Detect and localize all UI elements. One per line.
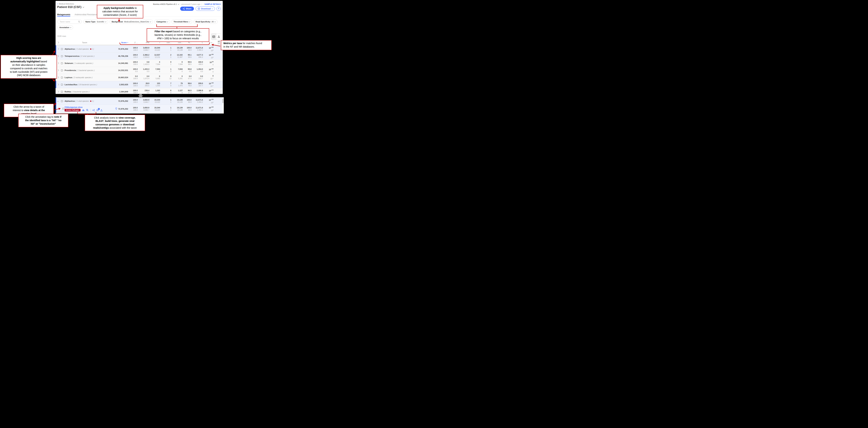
col-header-pct-id[interactable]: %... bbox=[184, 41, 193, 43]
taxon-row[interactable]: Alphavirus ( 1 viral species: 1 )72,976,… bbox=[56, 45, 223, 53]
table-view-button[interactable] bbox=[211, 33, 216, 40]
filter-name-type[interactable]: Name Type:Scientific bbox=[83, 20, 108, 24]
annotation-flag[interactable] bbox=[60, 77, 65, 79]
scrollbar-thumb[interactable] bbox=[222, 99, 223, 103]
annotation-flag-icon[interactable] bbox=[61, 48, 63, 50]
breadcrumb-label[interactable]: Medical Detectives bbox=[59, 3, 74, 5]
back-chevron-icon[interactable]: ‹ bbox=[57, 3, 58, 5]
taxon-name[interactable]: Solanum bbox=[65, 62, 73, 64]
species-row[interactable]: Chikungunya virus Known Pathogen 1 bbox=[56, 104, 223, 113]
filter-background[interactable]: Background:MedicalDetectives_WaterCtrls bbox=[110, 20, 153, 24]
col-header-evalue[interactable]: E v... bbox=[205, 41, 215, 43]
annotation-flag-icon[interactable] bbox=[61, 100, 63, 102]
col-header-rpm[interactable]: rPM bbox=[140, 41, 151, 43]
tab-metagenomic[interactable]: Metagenomic bbox=[57, 13, 70, 16]
annotation-flag[interactable] bbox=[60, 69, 65, 71]
download-button[interactable]: Download bbox=[195, 7, 215, 11]
col-header-contig[interactable]: con... bbox=[162, 41, 173, 43]
taxon-name[interactable]: Lupinus bbox=[65, 77, 72, 79]
annotation-flag-icon[interactable] bbox=[61, 69, 63, 71]
annotation-flag[interactable] bbox=[60, 48, 65, 50]
col-header-l[interactable]: L bbox=[193, 41, 205, 43]
expand-cell[interactable] bbox=[56, 84, 60, 85]
taxon-search[interactable] bbox=[57, 20, 82, 24]
filter-categories[interactable]: Categories bbox=[154, 20, 170, 24]
expand-chevron-icon[interactable] bbox=[57, 100, 59, 102]
tree-view-button[interactable] bbox=[216, 33, 221, 40]
blast-icon[interactable] bbox=[86, 109, 89, 111]
metric-e: 10-305100 bbox=[205, 98, 215, 104]
taxon-row[interactable]: Rothia ( 3 bacterial species ) 2,364,849… bbox=[56, 88, 223, 94]
expand-chevron-icon[interactable] bbox=[57, 69, 59, 71]
taxon-name[interactable]: Providencia bbox=[65, 69, 76, 71]
expand-chevron-icon[interactable] bbox=[57, 48, 59, 50]
expand-cell[interactable] bbox=[56, 101, 60, 101]
taxon-row[interactable]: Lupinus ( 2 eukaryotic species ) 10,663,… bbox=[56, 74, 223, 81]
taxon-name[interactable]: Rothia bbox=[65, 91, 71, 93]
taxon-row[interactable]: Lactobacillus ( 19 bacterial species ) 2… bbox=[56, 81, 223, 88]
taxon-name[interactable]: Tetraparvovirus bbox=[65, 55, 80, 57]
expand-chevron-icon[interactable] bbox=[57, 84, 59, 86]
share-button[interactable]: Share bbox=[180, 7, 194, 11]
taxon-name-cell[interactable]: Tetraparvovirus ( 2 viral species ) bbox=[65, 55, 101, 57]
taxon-row[interactable]: Alphavirus ( 1 viral species: 1 )72,976,… bbox=[56, 98, 223, 104]
metric-r: 7,5940 bbox=[151, 68, 162, 72]
annotation-flag-icon[interactable] bbox=[61, 77, 63, 79]
filter-annotation[interactable]: Annotation bbox=[57, 25, 73, 30]
annotation-flag-icon[interactable] bbox=[62, 108, 65, 110]
expand-chevron-icon[interactable] bbox=[57, 77, 59, 79]
metric-l: 4,677.3896.3 bbox=[193, 54, 205, 58]
breadcrumb[interactable]: ‹ Medical Detectives bbox=[57, 3, 74, 5]
taxon-name-cell[interactable]: Alphavirus ( 1 viral species: 1 ) bbox=[65, 100, 101, 102]
phylo-tree-icon[interactable] bbox=[92, 109, 95, 111]
annotation-flag-icon[interactable] bbox=[61, 62, 63, 64]
pipeline-version-dropdown[interactable]: Illumina mNGS Pipeline v6.1 bbox=[153, 3, 177, 5]
annotation-flag[interactable] bbox=[60, 55, 65, 57]
lightbulb-icon[interactable] bbox=[115, 108, 117, 110]
col-header-r[interactable]: r bbox=[151, 41, 162, 43]
taxon-name[interactable]: Alphavirus bbox=[65, 48, 75, 50]
annotation-flag[interactable] bbox=[60, 100, 65, 102]
expand-all-chevron[interactable] bbox=[56, 42, 60, 43]
taxon-name-cell[interactable]: Solanum ( 1 eukaryotic species ) bbox=[65, 62, 101, 64]
expand-chevron-icon[interactable] bbox=[57, 55, 59, 57]
help-button[interactable]: ? bbox=[216, 7, 221, 11]
taxon-name-cell[interactable]: Lupinus ( 2 eukaryotic species ) bbox=[65, 77, 101, 79]
expand-chevron-icon[interactable] bbox=[57, 91, 59, 93]
metric-rpm: 2,366.22,304.6 bbox=[140, 54, 151, 58]
expand-cell[interactable] bbox=[56, 48, 60, 50]
annotation-flag[interactable] bbox=[60, 108, 65, 110]
filter-read-specificity[interactable]: Read Specificity:All bbox=[193, 20, 218, 24]
taxon-row[interactable]: Providencia ( 1 bacterial species ) 14,3… bbox=[56, 67, 223, 74]
col-header-contig-r[interactable]: con... bbox=[173, 41, 184, 43]
annotation-flag[interactable] bbox=[60, 84, 65, 86]
col-header-taxon[interactable]: Taxon bbox=[60, 41, 101, 43]
annotation-flag-icon[interactable] bbox=[61, 84, 63, 86]
species-link[interactable]: Chikungunya virus bbox=[65, 106, 101, 108]
sample-title-dropdown[interactable]: Patient 010 (CSF) bbox=[57, 5, 84, 9]
coverage-icon[interactable] bbox=[82, 109, 85, 111]
taxon-name-cell[interactable]: Providencia ( 1 bacterial species ) bbox=[65, 69, 101, 71]
taxon-name[interactable]: Lactobacillus bbox=[65, 84, 78, 86]
metric-l: 2,086.845.7 bbox=[193, 89, 205, 94]
taxon-row[interactable]: Solanum ( 1 eukaryotic species ) 14,340,… bbox=[56, 60, 223, 67]
col-header-score[interactable]: Score bbox=[101, 41, 130, 43]
taxon-name-cell[interactable]: Alphavirus ( 1 viral species: 1 ) bbox=[65, 48, 101, 50]
tab-antimicrobial-resistance[interactable]: Antimicrobial Resistance ( bbox=[75, 13, 99, 16]
taxon-row[interactable]: Tetraparvovirus ( 2 viral species ) 46,7… bbox=[56, 53, 223, 60]
sample-details-link[interactable]: SAMPLE DETAILS bbox=[205, 3, 221, 5]
search-input[interactable] bbox=[59, 21, 78, 23]
annotation-flag[interactable] bbox=[60, 62, 65, 64]
annotation-flag[interactable] bbox=[60, 91, 65, 93]
annotation-flag-icon[interactable] bbox=[61, 55, 63, 57]
taxon-name-cell[interactable]: Lactobacillus ( 19 bacterial species ) bbox=[65, 84, 101, 86]
known-pathogen-badge[interactable]: Known Pathogen bbox=[65, 109, 81, 112]
col-header-z[interactable]: Z ... bbox=[130, 41, 140, 43]
expand-cell[interactable] bbox=[56, 91, 60, 92]
callout-annotation-tag: Click the annotation tag to note if the … bbox=[18, 114, 68, 127]
expand-chevron-icon[interactable] bbox=[57, 62, 59, 64]
taxon-name[interactable]: Alphavirus bbox=[65, 100, 75, 102]
taxon-name-cell[interactable]: Rothia ( 3 bacterial species ) bbox=[65, 91, 101, 93]
annotation-flag-icon[interactable] bbox=[61, 91, 63, 93]
filter-threshold[interactable]: Threshold filters bbox=[172, 20, 192, 24]
